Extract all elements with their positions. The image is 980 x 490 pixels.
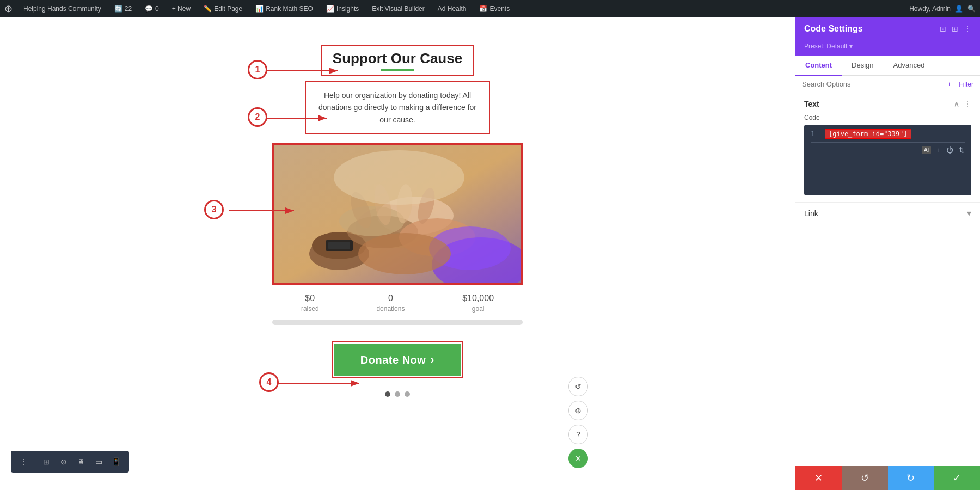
panel-tabs: Content Design Advanced: [795, 56, 980, 76]
title-underline: [381, 69, 414, 71]
preset-chevron-icon: ▾: [849, 42, 853, 50]
confirm-action-button[interactable]: ✓: [934, 466, 980, 490]
panel-spacer: [795, 224, 980, 466]
svg-point-14: [339, 206, 405, 236]
section-icons: ∧ ⋮: [954, 100, 971, 108]
section-title: Text: [804, 100, 819, 108]
float-close-button[interactable]: ✕: [568, 449, 588, 468]
float-help-button[interactable]: ⊕: [568, 401, 588, 420]
annotation-2: 2: [248, 107, 267, 127]
tab-advanced[interactable]: Advanced: [884, 56, 935, 76]
annotation-3: 3: [204, 200, 224, 219]
hands-svg: [274, 145, 523, 285]
raised-stat: $0 raised: [301, 293, 319, 313]
panel-header: Code Settings ⊡ ⊞ ⋮: [795, 17, 980, 40]
carousel-dot-1[interactable]: [385, 391, 390, 397]
code-label: Code: [804, 114, 971, 121]
toolbar-desktop-icon[interactable]: 🖥: [74, 454, 89, 469]
toolbar-separator-1: [35, 456, 35, 467]
wp-logo-icon[interactable]: ⊕: [4, 3, 13, 15]
toolbar-menu-icon[interactable]: ⋮: [16, 454, 32, 469]
panel-columns-icon[interactable]: ⊞: [952, 24, 958, 33]
raised-value: $0: [301, 293, 319, 303]
ad-health-button[interactable]: Ad Health: [436, 5, 469, 13]
donate-button-wrapper: Donate Now ›: [332, 341, 463, 378]
panel-title: Code Settings: [804, 24, 863, 34]
code-sort-button[interactable]: ⇅: [959, 146, 965, 154]
code-line: 1 [give_form id="339"]: [811, 130, 965, 138]
carousel-dots: [385, 391, 410, 397]
filter-plus-icon: +: [947, 81, 951, 88]
code-power-button[interactable]: ⏻: [946, 146, 953, 154]
annotation-4: 4: [259, 372, 279, 392]
description-text: Help our organization by donating today!…: [318, 91, 476, 124]
section-more-icon[interactable]: ⋮: [964, 100, 971, 108]
donations-stat: 0 donations: [376, 293, 405, 313]
carousel-dot-2[interactable]: [395, 391, 400, 397]
stats-row: $0 raised 0 donations $10,000 goal: [272, 291, 523, 315]
raised-label: raised: [301, 305, 319, 313]
carousel-dot-3[interactable]: [405, 391, 410, 397]
tab-design[interactable]: Design: [842, 56, 883, 76]
float-question-button[interactable]: ?: [568, 425, 588, 444]
panel-more-icon[interactable]: ⋮: [964, 24, 971, 33]
panel-expand-icon[interactable]: ⊡: [940, 24, 946, 33]
goal-label: goal: [472, 305, 485, 313]
content-wrapper: Support Our Cause Help our organization …: [267, 45, 528, 397]
right-panel: Code Settings ⊡ ⊞ ⋮ Preset: Default ▾ Co…: [795, 17, 980, 490]
description-section: Help our organization by donating today!…: [305, 81, 490, 134]
text-section: Text ∧ ⋮ Code 1 [give_form id="339"] AI: [795, 93, 980, 202]
toolbar-mobile-icon[interactable]: 📱: [108, 454, 124, 469]
annotation-1: 1: [248, 60, 267, 79]
goal-value: $10,000: [462, 293, 494, 303]
panel-preset[interactable]: Preset: Default ▾: [795, 40, 980, 56]
section-collapse-icon[interactable]: ∧: [954, 100, 959, 108]
code-ai-button[interactable]: AI: [922, 146, 931, 154]
donate-button[interactable]: Donate Now ›: [334, 344, 461, 376]
code-add-button[interactable]: +: [936, 146, 941, 154]
section-header: Text ∧ ⋮: [804, 100, 971, 108]
insights-button[interactable]: 📈 Insights: [324, 5, 361, 13]
admin-bar: ⊕ Helping Hands Community 🔄 22 💬 0 + New…: [0, 0, 980, 17]
right-float-buttons: ↺ ⊕ ? ✕: [568, 377, 588, 468]
exit-builder-button[interactable]: Exit Visual Builder: [370, 5, 427, 13]
rank-math-button[interactable]: 📊 Rank Math SEO: [253, 5, 315, 13]
events-button[interactable]: 📅 Events: [477, 5, 512, 13]
updates-count[interactable]: 🔄 22: [112, 5, 134, 13]
canvas-area: 1 2 3 4 Support Our Cause Help our organ…: [0, 17, 795, 490]
link-label: Link: [804, 209, 818, 218]
redo-action-button[interactable]: ↻: [888, 466, 934, 490]
float-refresh-button[interactable]: ↺: [568, 377, 588, 396]
comments-count[interactable]: 💬 0: [143, 5, 161, 13]
donate-button-box: Donate Now ›: [332, 341, 463, 378]
main-layout: 1 2 3 4 Support Our Cause Help our organ…: [0, 17, 980, 490]
undo-action-button[interactable]: ↺: [842, 466, 888, 490]
action-buttons: ✕ ↺ ↻ ✓: [795, 466, 980, 490]
goal-stat: $10,000 goal: [462, 293, 494, 313]
title-section: Support Our Cause: [321, 45, 474, 76]
donation-image: [272, 143, 523, 285]
panel-header-icons: ⊡ ⊞ ⋮: [940, 24, 971, 33]
progress-bar-container: [272, 320, 523, 325]
code-editor-toolbar: AI + ⏻ ⇅: [811, 142, 965, 154]
code-shortcode: [give_form id="339"]: [825, 130, 911, 138]
donate-arrow-icon: ›: [430, 353, 434, 367]
bottom-toolbar: ⋮ ⊞ ⊙ 🖥 ▭ 📱: [11, 451, 129, 473]
edit-page-button[interactable]: ✏️ Edit Page: [201, 5, 244, 13]
code-editor[interactable]: 1 [give_form id="339"] AI + ⏻ ⇅: [804, 125, 971, 195]
search-options-input[interactable]: [802, 80, 943, 88]
toolbar-search-icon[interactable]: ⊙: [56, 454, 71, 469]
page-title: Support Our Cause: [333, 50, 462, 67]
toolbar-grid-icon[interactable]: ⊞: [39, 454, 54, 469]
toolbar-tablet-icon[interactable]: ▭: [91, 454, 106, 469]
link-chevron-icon: ▾: [967, 208, 971, 218]
tab-content[interactable]: Content: [795, 56, 842, 76]
svg-point-22: [334, 150, 464, 205]
site-name[interactable]: Helping Hands Community: [21, 5, 103, 13]
cancel-action-button[interactable]: ✕: [795, 466, 842, 490]
link-section[interactable]: Link ▾: [795, 202, 980, 224]
svg-point-17: [358, 233, 451, 274]
new-button[interactable]: + New: [170, 5, 193, 13]
filter-button[interactable]: + + Filter: [947, 81, 973, 88]
admin-user[interactable]: Howdy, Admin 👤 🔍: [909, 5, 976, 13]
